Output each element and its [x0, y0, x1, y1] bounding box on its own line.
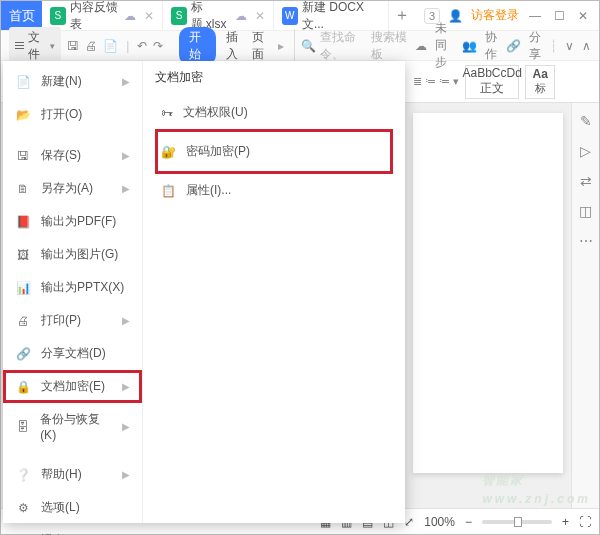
menu-help[interactable]: ❔ 帮助(H) ▶: [3, 458, 142, 491]
menu-exit[interactable]: ⏏ 退出(Q): [3, 524, 142, 535]
undo-icon[interactable]: ↶: [137, 39, 147, 53]
style-alt-caption: 标: [535, 81, 546, 96]
doc-tab-3[interactable]: W 新建 DOCX 文...: [274, 1, 389, 30]
zoom-in-button[interactable]: +: [562, 515, 569, 529]
pdf-icon: 📕: [15, 214, 31, 230]
sheet-icon: S: [171, 7, 186, 25]
cloud-sync-icon[interactable]: ☁: [415, 39, 427, 53]
sync-dot-icon: ☁: [124, 9, 136, 23]
fullscreen-icon[interactable]: ⛶: [579, 515, 591, 529]
shapes-icon[interactable]: ◫: [579, 203, 592, 219]
print-icon: 🖨: [15, 313, 31, 329]
zoom-out-button[interactable]: −: [465, 515, 472, 529]
preview-icon[interactable]: 📄: [103, 39, 118, 53]
file-menu-secondary: 文档加密 🗝 文档权限(U) 🔐 密码加密(P) 📋 属性(I)...: [143, 61, 405, 523]
print-icon[interactable]: 🖨: [85, 39, 97, 53]
pencil-icon[interactable]: ✎: [580, 113, 592, 129]
menu-print[interactable]: 🖨 打印(P) ▶: [3, 304, 142, 337]
ribbon-more-icon[interactable]: ▸: [278, 39, 284, 53]
sheet-icon: S: [50, 7, 65, 25]
chevron-right-icon: ▶: [122, 76, 130, 87]
sync-dot-icon: ☁: [235, 9, 247, 23]
menu-encrypt[interactable]: 🔒 文档加密(E) ▶: [3, 370, 142, 403]
menu-open[interactable]: 📂 打开(O): [3, 98, 142, 131]
save-icon[interactable]: 🖫: [67, 39, 79, 53]
share-icon[interactable]: 🔗: [506, 39, 521, 53]
collab-label[interactable]: 协作: [485, 29, 498, 63]
image-icon: 🖼: [15, 247, 31, 263]
zoom-knob[interactable]: [514, 517, 522, 527]
submenu-label: 文档权限(U): [183, 104, 248, 121]
menu-label: 输出为PDF(F): [41, 213, 116, 230]
more-icon[interactable]: ⋯: [579, 233, 593, 249]
submenu-permissions[interactable]: 🗝 文档权限(U): [155, 96, 393, 129]
new-tab-button[interactable]: ＋: [389, 1, 416, 30]
submenu-properties[interactable]: 📋 属性(I)...: [155, 174, 393, 207]
menu-label: 选项(L): [41, 499, 80, 516]
menu-export-pdf[interactable]: 📕 输出为PDF(F): [3, 205, 142, 238]
tab-home[interactable]: 首页: [1, 1, 42, 30]
menu-label: 分享文档(D): [41, 345, 106, 362]
menu-new[interactable]: 📄 新建(N) ▶: [3, 65, 142, 98]
backup-icon: 🗄: [15, 419, 30, 435]
menu-label: 文档加密(E): [41, 378, 105, 395]
submenu-password-encrypt[interactable]: 🔐 密码加密(P): [155, 129, 393, 174]
saveas-icon: 🗎: [15, 181, 31, 197]
right-sidebar: ✎ ▷ ⇄ ◫ ⋯: [571, 103, 599, 508]
menu-label: 输出为PPTX(X): [41, 279, 124, 296]
help-icon: ❔: [15, 467, 31, 483]
doc-tab-1[interactable]: S 内容反馈表 ☁ ✕: [42, 1, 163, 30]
submenu-heading: 文档加密: [155, 69, 393, 86]
chevron-down-icon: ▾: [50, 41, 55, 51]
menu-share-doc[interactable]: 🔗 分享文档(D): [3, 337, 142, 370]
close-icon[interactable]: ✕: [255, 9, 265, 23]
style-heading[interactable]: Aa 标: [525, 65, 555, 99]
ribbon-tab-page[interactable]: 页面: [252, 29, 268, 63]
close-icon[interactable]: ✕: [144, 9, 154, 23]
menu-options[interactable]: ⚙ 选项(L): [3, 491, 142, 524]
password-lock-icon: 🔐: [161, 145, 176, 159]
fit-icon[interactable]: ⤢: [404, 515, 414, 529]
expand-icon[interactable]: ∧: [582, 39, 591, 53]
menu-export-image[interactable]: 🖼 输出为图片(G): [3, 238, 142, 271]
menu-label: 打印(P): [41, 312, 81, 329]
search-box[interactable]: 🔍 查找命令、 搜索模板: [294, 29, 408, 63]
para-controls[interactable]: ≣ ≔ ≔ ▾: [413, 75, 459, 88]
right-tools: ☁ 未同步 👥 协作 🔗 分享 ┆ ∨ ∧: [415, 20, 591, 71]
ribbon-tabs: 开始 插入 页面 ▸: [179, 27, 284, 65]
share-icon: 🔗: [15, 346, 31, 362]
menu-label: 备份与恢复(K): [40, 411, 112, 442]
pptx-icon: 📊: [15, 280, 31, 296]
chevron-right-icon: ▶: [122, 381, 130, 392]
burger-icon: [15, 40, 24, 51]
zoom-value[interactable]: 100%: [424, 515, 455, 529]
menu-backup[interactable]: 🗄 备份与恢复(K) ▶: [3, 403, 142, 450]
page-canvas[interactable]: [413, 113, 563, 473]
zoom-slider[interactable]: [482, 520, 552, 524]
chevron-right-icon: ▶: [122, 421, 130, 432]
quick-access: 🖫 🖨 📄 | ↶ ↷: [67, 39, 163, 53]
menu-export-pptx[interactable]: 📊 输出为PPTX(X): [3, 271, 142, 304]
ribbon-tab-insert[interactable]: 插入: [226, 29, 242, 63]
select-icon[interactable]: ▷: [580, 143, 591, 159]
chevron-right-icon: ▶: [122, 315, 130, 326]
style-normal[interactable]: AaBbCcDd 正文: [465, 65, 519, 99]
ribbon-tab-start[interactable]: 开始: [179, 27, 215, 65]
menu-save[interactable]: 🖫 保存(S) ▶: [3, 139, 142, 172]
doc-icon: W: [282, 7, 298, 25]
redo-icon[interactable]: ↷: [153, 39, 163, 53]
sync-label[interactable]: 未同步: [435, 20, 454, 71]
collab-icon[interactable]: 👥: [462, 39, 477, 53]
menu-label: 新建(N): [41, 73, 82, 90]
menu-saveas[interactable]: 🗎 另存为(A) ▶: [3, 172, 142, 205]
search-placeholder: 搜索模板: [371, 29, 409, 63]
overflow-chevron-icon[interactable]: ∨: [565, 39, 574, 53]
settings-icon[interactable]: ⇄: [580, 173, 592, 189]
permission-icon: 🗝: [161, 106, 173, 120]
folder-open-icon: 📂: [15, 107, 31, 123]
chevron-right-icon: ▶: [122, 183, 130, 194]
menu-label: 输出为图片(G): [41, 246, 118, 263]
share-label[interactable]: 分享: [529, 29, 542, 63]
file-menu-button[interactable]: 文件 ▾: [9, 27, 61, 65]
file-label: 文件: [28, 29, 46, 63]
